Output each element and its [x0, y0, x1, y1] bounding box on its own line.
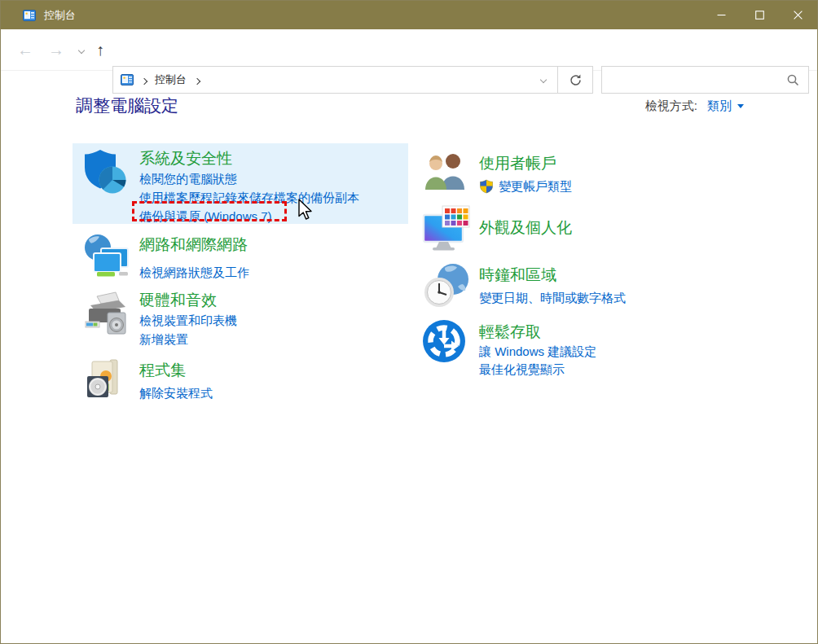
category-system-security: 系統及安全性 檢閱您的電腦狀態 使用檔案歷程記錄來儲存檔案的備份副本 備份與還原… [73, 143, 408, 224]
category-title-user-accounts[interactable]: 使用者帳戶 [479, 153, 779, 173]
chevron-right-icon[interactable] [194, 78, 200, 85]
category-title-programs[interactable]: 程式集 [139, 360, 408, 380]
link-view-network-status[interactable]: 檢視網路狀態及工作 [139, 263, 408, 282]
ease-of-access-circle-icon [422, 319, 466, 363]
close-icon [794, 11, 803, 20]
back-arrow-icon: ← [17, 41, 33, 59]
minimize-button[interactable] [702, 1, 741, 29]
back-button: ← [12, 29, 38, 71]
shield-pie-icon [82, 148, 128, 195]
link-optimize-visual-display[interactable]: 最佳化視覺顯示 [479, 361, 779, 379]
system-security-icon[interactable] [73, 148, 139, 199]
category-user-accounts: 使用者帳戶 變更帳戶類型 [412, 151, 779, 196]
view-by-value[interactable]: 類別 [707, 99, 732, 114]
control-panel-icon [121, 73, 134, 86]
two-users-icon [422, 151, 469, 191]
titlebar[interactable]: 控制台 [1, 1, 817, 29]
category-title-appearance-personalization[interactable]: 外觀及個人化 [479, 217, 779, 238]
view-by-label: 檢視方式: [645, 99, 697, 114]
category-appearance-personalization: 外觀及個人化 [412, 204, 779, 252]
chevron-right-icon [141, 78, 147, 85]
up-button[interactable]: ↑ [89, 29, 112, 71]
link-change-date-time-number[interactable]: 變更日期、時間或數字格式 [479, 288, 779, 307]
chevron-down-icon[interactable] [737, 104, 744, 108]
view-by-control: 檢視方式: 類別 [645, 99, 744, 114]
refresh-icon [569, 73, 583, 87]
recent-pages-button[interactable] [73, 29, 90, 71]
network-internet-icon[interactable] [73, 233, 139, 283]
category-title-clock-region[interactable]: 時鐘和區域 [479, 265, 779, 285]
category-hardware-sound: 硬體和音效 檢視裝置和印表機 新增裝置 [73, 288, 408, 348]
address-dropdown-button[interactable] [530, 67, 557, 93]
ease-of-access-icon[interactable] [412, 319, 479, 366]
hardware-sound-icon[interactable] [73, 288, 139, 342]
page-title: 調整電腦設定 [76, 94, 178, 117]
link-change-account-type-label: 變更帳戶類型 [499, 177, 572, 196]
uac-shield-icon [479, 179, 494, 194]
link-file-history-backup[interactable]: 使用檔案歷程記錄來儲存檔案的備份副本 [139, 188, 408, 207]
category-ease-of-access: 輕鬆存取 讓 Windows 建議設定 最佳化視覺顯示 [412, 319, 779, 379]
window-title: 控制台 [44, 8, 76, 23]
category-title-system-security[interactable]: 系統及安全性 [139, 148, 408, 169]
link-add-device[interactable]: 新增裝置 [139, 330, 408, 348]
category-programs: 程式集 解除安裝程式 [73, 358, 408, 404]
recent-pages-chevron-icon [78, 46, 85, 53]
categories-right-column: 使用者帳戶 變更帳戶類型 [412, 151, 779, 379]
software-box-cd-icon [82, 358, 125, 401]
forward-button: → [43, 29, 69, 71]
category-title-ease-of-access[interactable]: 輕鬆存取 [479, 322, 779, 342]
link-review-computer-status[interactable]: 檢閱您的電腦狀態 [139, 169, 408, 188]
up-arrow-icon: ↑ [96, 41, 104, 59]
forward-arrow-icon: → [48, 41, 64, 59]
minimize-icon [717, 11, 726, 20]
clock-region-icon[interactable] [412, 261, 479, 313]
search-box [601, 66, 809, 94]
category-title-hardware-sound[interactable]: 硬體和音效 [139, 290, 408, 310]
address-dropdown-chevron-icon [540, 77, 547, 83]
breadcrumb-control-panel[interactable]: 控制台 [155, 72, 187, 87]
category-clock-region: 時鐘和區域 變更日期、時間或數字格式 [412, 261, 779, 313]
control-panel-window: 控制台 ← → ↑ [0, 0, 818, 644]
maximize-icon [755, 11, 764, 20]
programs-icon[interactable] [73, 358, 139, 404]
link-backup-restore-windows7[interactable]: 備份與還原 (Windows 7) [139, 207, 408, 226]
clock-globe-icon [422, 261, 471, 310]
control-panel-icon [23, 9, 36, 22]
appearance-personalization-icon[interactable] [412, 204, 479, 256]
link-windows-suggest-settings[interactable]: 讓 Windows 建議設定 [479, 343, 779, 361]
window-controls [702, 1, 817, 29]
globe-monitors-icon [82, 233, 131, 280]
categories-left-column: 系統及安全性 檢閱您的電腦狀態 使用檔案歷程記錄來儲存檔案的備份副本 備份與還原… [73, 143, 408, 404]
search-input[interactable] [602, 74, 787, 86]
link-uninstall-program[interactable]: 解除安裝程式 [139, 383, 408, 402]
category-title-network-internet[interactable]: 網路和網際網路 [139, 234, 408, 255]
user-accounts-icon[interactable] [412, 151, 479, 194]
search-icon [787, 74, 799, 86]
monitor-palette-icon [422, 204, 471, 253]
navigation-bar: ← → ↑ 控制台 [1, 29, 817, 71]
category-network-internet: 網路和網際網路 檢視網路狀態及工作 [73, 233, 408, 283]
printer-speaker-icon [82, 288, 131, 339]
close-button[interactable] [779, 1, 817, 29]
link-view-devices-printers[interactable]: 檢視裝置和印表機 [139, 311, 408, 330]
maximize-button[interactable] [741, 1, 779, 29]
link-change-account-type[interactable]: 變更帳戶類型 [479, 177, 779, 196]
address-bar[interactable]: 控制台 [112, 66, 593, 94]
refresh-button[interactable] [557, 67, 592, 93]
